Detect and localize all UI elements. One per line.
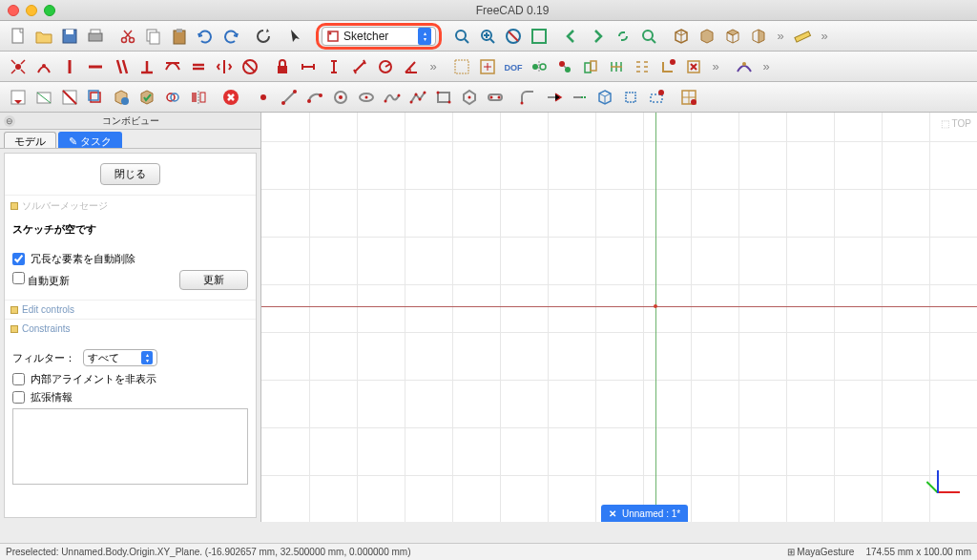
- copy-geom-icon[interactable]: [578, 54, 603, 79]
- link-icon[interactable]: [611, 24, 635, 49]
- create-arc-icon[interactable]: [302, 85, 327, 110]
- create-bspline-icon[interactable]: [380, 85, 405, 110]
- redo-icon[interactable]: [218, 24, 243, 49]
- measure-icon[interactable]: [790, 24, 815, 49]
- paste-icon[interactable]: [167, 24, 192, 49]
- panel-close-icon[interactable]: ⊖: [4, 115, 15, 127]
- switch-vspace-icon[interactable]: [676, 85, 701, 110]
- create-fillet-icon[interactable]: [515, 85, 540, 110]
- select-constraints-icon[interactable]: [475, 54, 500, 79]
- extend-icon[interactable]: [567, 85, 592, 110]
- mirror-sketch-icon[interactable]: [186, 85, 211, 110]
- constraint-angle-icon[interactable]: [399, 54, 424, 79]
- edit-controls-section[interactable]: Edit controls: [5, 300, 256, 319]
- constraint-distance-y-icon[interactable]: [322, 54, 346, 79]
- autoupdate-checkbox[interactable]: [12, 272, 25, 284]
- toolbar-overflow-2-icon[interactable]: »: [816, 24, 833, 49]
- close-button[interactable]: 閉じる: [100, 163, 160, 185]
- constraint-distance-icon[interactable]: [347, 54, 372, 79]
- maximize-window-button[interactable]: [44, 5, 55, 16]
- minimize-window-button[interactable]: [26, 5, 37, 16]
- create-polyline-icon[interactable]: [405, 85, 430, 110]
- constraint-tangent-icon[interactable]: [160, 54, 185, 79]
- hide-internal-checkbox[interactable]: [12, 373, 25, 385]
- constraint-distance-x-icon[interactable]: [296, 54, 321, 79]
- constraint-block-icon[interactable]: [238, 54, 262, 79]
- leave-sketch-icon[interactable]: [6, 85, 31, 110]
- filter-select[interactable]: すべて ▴▾: [83, 349, 157, 366]
- tab-model[interactable]: モデル: [4, 132, 56, 148]
- bspline-degree-icon[interactable]: [732, 54, 757, 79]
- new-file-icon[interactable]: [6, 24, 31, 49]
- clone-icon[interactable]: [552, 54, 577, 79]
- toolbar-overflow-5-icon[interactable]: »: [758, 54, 775, 79]
- delete-constraints-icon[interactable]: [681, 54, 706, 79]
- front-view-icon[interactable]: [695, 24, 719, 49]
- constraints-section[interactable]: Constraints: [5, 319, 256, 338]
- symmetry-icon[interactable]: [527, 54, 551, 79]
- constraint-lock-icon[interactable]: [270, 54, 295, 79]
- toolbar-overflow-icon[interactable]: »: [772, 24, 789, 49]
- constraint-parallel-icon[interactable]: [109, 54, 134, 79]
- cursor-icon[interactable]: [283, 24, 308, 49]
- constraint-vertical-icon[interactable]: [57, 54, 82, 79]
- toolbar-overflow-4-icon[interactable]: »: [707, 54, 724, 79]
- constraint-symmetric-icon[interactable]: [212, 54, 237, 79]
- view-sketch-icon[interactable]: [31, 85, 56, 110]
- zoom-in-icon[interactable]: [475, 24, 500, 49]
- create-rectangle-icon[interactable]: [431, 85, 456, 110]
- copy-icon[interactable]: [141, 24, 166, 49]
- show-hide-icon[interactable]: DOF: [501, 54, 526, 79]
- toolbar-overflow-3-icon[interactable]: »: [425, 54, 442, 79]
- constraints-list[interactable]: [12, 408, 248, 485]
- workbench-selector[interactable]: Sketcher ▴▾: [322, 27, 436, 46]
- search-icon[interactable]: [636, 24, 661, 49]
- document-tab[interactable]: ✕ Unnamed : 1*: [601, 505, 688, 522]
- carbon-copy-icon[interactable]: [618, 85, 643, 110]
- create-slot-icon[interactable]: [483, 85, 508, 110]
- create-point-icon[interactable]: [251, 85, 276, 110]
- create-ellipse-icon[interactable]: [354, 85, 379, 110]
- save-file-icon[interactable]: [57, 24, 82, 49]
- nav-cube[interactable]: ⬚ TOP: [941, 118, 971, 129]
- update-button[interactable]: 更新: [179, 270, 248, 290]
- create-line-icon[interactable]: [277, 85, 301, 110]
- solver-section[interactable]: ソルバーメッセージ: [5, 195, 256, 217]
- nav-back-icon[interactable]: [559, 24, 584, 49]
- trim-icon[interactable]: [541, 85, 566, 110]
- validate-icon[interactable]: [135, 85, 159, 110]
- reorient-icon[interactable]: [109, 85, 134, 110]
- right-view-icon[interactable]: [746, 24, 771, 49]
- rect-array-icon[interactable]: [630, 54, 655, 79]
- create-polygon-icon[interactable]: [457, 85, 482, 110]
- zoom-fit-icon[interactable]: [449, 24, 474, 49]
- close-tab-icon[interactable]: ✕: [609, 508, 616, 519]
- print-icon[interactable]: [83, 24, 108, 49]
- 3d-viewport[interactable]: ⬚ TOP ✕ Unnamed : 1*: [261, 113, 977, 522]
- constraint-radius-icon[interactable]: [373, 54, 398, 79]
- merge-sketch-icon[interactable]: [160, 85, 185, 110]
- view-section-icon[interactable]: [57, 85, 82, 110]
- constraint-point-on-icon[interactable]: [31, 54, 56, 79]
- move-geom-icon[interactable]: [604, 54, 629, 79]
- map-sketch-icon[interactable]: [83, 85, 108, 110]
- draw-style-icon[interactable]: [501, 24, 526, 49]
- bounding-box-icon[interactable]: [527, 24, 551, 49]
- open-file-icon[interactable]: [31, 24, 56, 49]
- stop-operation-icon[interactable]: [218, 85, 243, 110]
- nav-style[interactable]: ⊞ MayaGesture: [787, 547, 855, 557]
- constraint-horizontal-icon[interactable]: [83, 54, 108, 79]
- remove-axes-icon[interactable]: [655, 54, 680, 79]
- nav-forward-icon[interactable]: [585, 24, 610, 49]
- toggle-construction-icon[interactable]: [644, 85, 669, 110]
- autodelete-checkbox[interactable]: [12, 253, 25, 265]
- external-geom-icon[interactable]: [592, 85, 617, 110]
- extended-info-checkbox[interactable]: [12, 391, 25, 404]
- refresh-icon[interactable]: [251, 24, 276, 49]
- cut-icon[interactable]: [115, 24, 140, 49]
- constraint-coincident-icon[interactable]: [6, 54, 31, 79]
- top-view-icon[interactable]: [720, 24, 745, 49]
- create-circle-icon[interactable]: [328, 85, 353, 110]
- constraint-equal-icon[interactable]: [186, 54, 211, 79]
- tab-task[interactable]: ✎ タスク: [58, 132, 122, 148]
